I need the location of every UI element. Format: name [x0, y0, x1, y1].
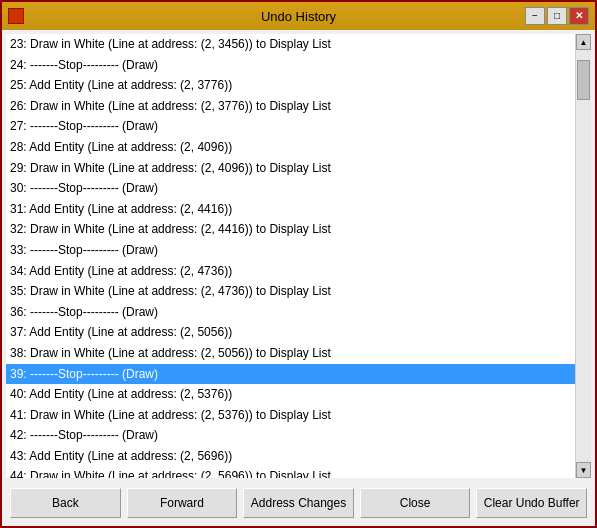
button-bar: Back Forward Address Changes Close Clear…: [2, 482, 595, 526]
list-item[interactable]: 30: -------Stop--------- (Draw): [6, 178, 575, 199]
app-icon: [8, 8, 24, 24]
list-item[interactable]: 41: Draw in White (Line at address: (2, …: [6, 405, 575, 426]
close-button[interactable]: Close: [360, 488, 471, 518]
scroll-down-button[interactable]: ▼: [576, 462, 591, 478]
list-item[interactable]: 42: -------Stop--------- (Draw): [6, 425, 575, 446]
title-bar: Undo History − □ ✕: [2, 2, 595, 30]
list-item[interactable]: 29: Draw in White (Line at address: (2, …: [6, 158, 575, 179]
scrollbar-track[interactable]: [576, 50, 591, 462]
window-title: Undo History: [261, 9, 336, 24]
scrollbar-thumb[interactable]: [577, 60, 590, 100]
list-item[interactable]: 27: -------Stop--------- (Draw): [6, 116, 575, 137]
clear-undo-buffer-button[interactable]: Clear Undo Buffer: [476, 488, 587, 518]
scroll-up-button[interactable]: ▲: [576, 34, 591, 50]
list-item[interactable]: 26: Draw in White (Line at address: (2, …: [6, 96, 575, 117]
list-item[interactable]: 32: Draw in White (Line at address: (2, …: [6, 219, 575, 240]
list-item[interactable]: 28: Add Entity (Line at address: (2, 409…: [6, 137, 575, 158]
back-button[interactable]: Back: [10, 488, 121, 518]
list-item[interactable]: 40: Add Entity (Line at address: (2, 537…: [6, 384, 575, 405]
address-changes-button[interactable]: Address Changes: [243, 488, 354, 518]
list-item[interactable]: 33: -------Stop--------- (Draw): [6, 240, 575, 261]
list-item[interactable]: 34: Add Entity (Line at address: (2, 473…: [6, 261, 575, 282]
list-item[interactable]: 31: Add Entity (Line at address: (2, 441…: [6, 199, 575, 220]
list-item[interactable]: 23: Draw in White (Line at address: (2, …: [6, 34, 575, 55]
list-item[interactable]: 24: -------Stop--------- (Draw): [6, 55, 575, 76]
maximize-button[interactable]: □: [547, 7, 567, 25]
minimize-button[interactable]: −: [525, 7, 545, 25]
forward-button[interactable]: Forward: [127, 488, 238, 518]
window: Undo History − □ ✕ 23: Draw in White (Li…: [0, 0, 597, 528]
list-item[interactable]: 39: -------Stop--------- (Draw): [6, 364, 575, 385]
title-bar-left: [8, 8, 24, 24]
list-item[interactable]: 44: Draw in White (Line at address: (2, …: [6, 466, 575, 478]
list-item[interactable]: 37: Add Entity (Line at address: (2, 505…: [6, 322, 575, 343]
list-item[interactable]: 35: Draw in White (Line at address: (2, …: [6, 281, 575, 302]
list-content[interactable]: 23: Draw in White (Line at address: (2, …: [6, 34, 575, 478]
title-bar-controls: − □ ✕: [525, 7, 589, 25]
list-item[interactable]: 36: -------Stop--------- (Draw): [6, 302, 575, 323]
list-area: 23: Draw in White (Line at address: (2, …: [6, 34, 591, 478]
list-item[interactable]: 25: Add Entity (Line at address: (2, 377…: [6, 75, 575, 96]
list-item[interactable]: 38: Draw in White (Line at address: (2, …: [6, 343, 575, 364]
list-item[interactable]: 43: Add Entity (Line at address: (2, 569…: [6, 446, 575, 467]
scrollbar[interactable]: ▲ ▼: [575, 34, 591, 478]
close-window-button[interactable]: ✕: [569, 7, 589, 25]
